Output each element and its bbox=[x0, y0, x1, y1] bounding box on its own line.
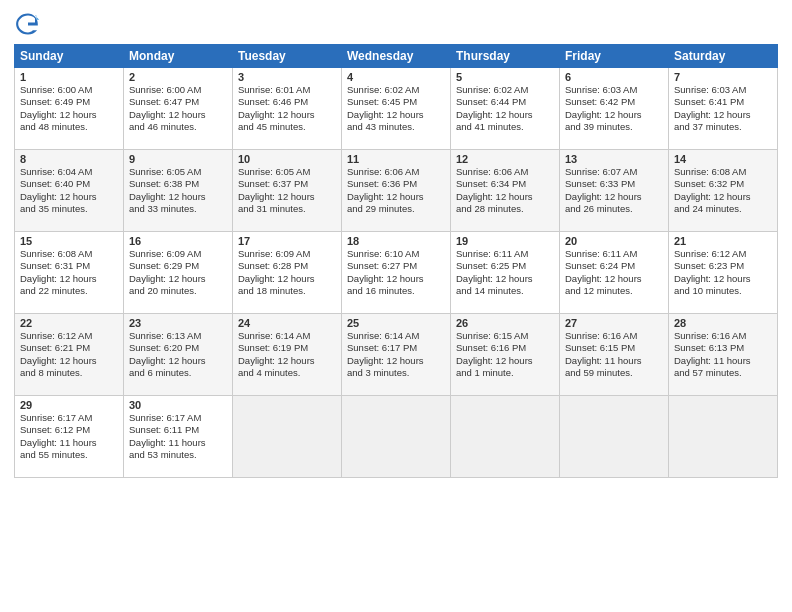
calendar-cell: 30Sunrise: 6:17 AMSunset: 6:11 PMDayligh… bbox=[124, 396, 233, 478]
day-info-line: Sunset: 6:15 PM bbox=[565, 342, 663, 354]
day-info-line: Daylight: 11 hours bbox=[674, 355, 772, 367]
day-info-line: Sunset: 6:24 PM bbox=[565, 260, 663, 272]
day-info-line: and 39 minutes. bbox=[565, 121, 663, 133]
day-info-line: Sunset: 6:42 PM bbox=[565, 96, 663, 108]
day-info-line: Daylight: 12 hours bbox=[347, 191, 445, 203]
day-number: 7 bbox=[674, 71, 772, 83]
day-info-line: Daylight: 12 hours bbox=[129, 273, 227, 285]
day-info-line: Sunrise: 6:05 AM bbox=[238, 166, 336, 178]
day-number: 6 bbox=[565, 71, 663, 83]
day-info-line: Sunset: 6:27 PM bbox=[347, 260, 445, 272]
calendar-body: 1Sunrise: 6:00 AMSunset: 6:49 PMDaylight… bbox=[15, 68, 778, 478]
day-info-line: and 10 minutes. bbox=[674, 285, 772, 297]
day-info-line: Sunrise: 6:08 AM bbox=[674, 166, 772, 178]
day-number: 15 bbox=[20, 235, 118, 247]
header-cell-friday: Friday bbox=[560, 45, 669, 68]
day-info-line: Sunset: 6:13 PM bbox=[674, 342, 772, 354]
day-info-line: and 57 minutes. bbox=[674, 367, 772, 379]
day-info-line: Daylight: 12 hours bbox=[674, 109, 772, 121]
day-info-line: Sunrise: 6:09 AM bbox=[129, 248, 227, 260]
day-info-line: and 29 minutes. bbox=[347, 203, 445, 215]
day-info-line: and 41 minutes. bbox=[456, 121, 554, 133]
calendar-cell: 1Sunrise: 6:00 AMSunset: 6:49 PMDaylight… bbox=[15, 68, 124, 150]
calendar-cell bbox=[233, 396, 342, 478]
day-info-line: Sunrise: 6:14 AM bbox=[238, 330, 336, 342]
day-info-line: and 16 minutes. bbox=[347, 285, 445, 297]
day-number: 10 bbox=[238, 153, 336, 165]
day-info-line: Sunset: 6:25 PM bbox=[456, 260, 554, 272]
day-info-line: and 18 minutes. bbox=[238, 285, 336, 297]
calendar-cell: 7Sunrise: 6:03 AMSunset: 6:41 PMDaylight… bbox=[669, 68, 778, 150]
calendar-cell: 3Sunrise: 6:01 AMSunset: 6:46 PMDaylight… bbox=[233, 68, 342, 150]
day-number: 17 bbox=[238, 235, 336, 247]
day-info-line: Sunrise: 6:03 AM bbox=[674, 84, 772, 96]
calendar-cell: 12Sunrise: 6:06 AMSunset: 6:34 PMDayligh… bbox=[451, 150, 560, 232]
day-number: 8 bbox=[20, 153, 118, 165]
day-number: 4 bbox=[347, 71, 445, 83]
day-info-line: Sunrise: 6:08 AM bbox=[20, 248, 118, 260]
day-info-line: Daylight: 12 hours bbox=[129, 355, 227, 367]
day-number: 26 bbox=[456, 317, 554, 329]
day-info-line: Sunrise: 6:17 AM bbox=[20, 412, 118, 424]
header-cell-thursday: Thursday bbox=[451, 45, 560, 68]
day-info-line: Daylight: 12 hours bbox=[347, 355, 445, 367]
day-info-line: Sunrise: 6:03 AM bbox=[565, 84, 663, 96]
day-info-line: Sunset: 6:44 PM bbox=[456, 96, 554, 108]
calendar-cell: 4Sunrise: 6:02 AMSunset: 6:45 PMDaylight… bbox=[342, 68, 451, 150]
day-info-line: Sunset: 6:19 PM bbox=[238, 342, 336, 354]
day-number: 30 bbox=[129, 399, 227, 411]
calendar-table: SundayMondayTuesdayWednesdayThursdayFrid… bbox=[14, 44, 778, 478]
day-info-line: Sunset: 6:33 PM bbox=[565, 178, 663, 190]
day-info-line: Daylight: 12 hours bbox=[129, 191, 227, 203]
calendar-cell bbox=[669, 396, 778, 478]
calendar-cell: 20Sunrise: 6:11 AMSunset: 6:24 PMDayligh… bbox=[560, 232, 669, 314]
calendar-cell: 17Sunrise: 6:09 AMSunset: 6:28 PMDayligh… bbox=[233, 232, 342, 314]
header-cell-wednesday: Wednesday bbox=[342, 45, 451, 68]
calendar-cell: 13Sunrise: 6:07 AMSunset: 6:33 PMDayligh… bbox=[560, 150, 669, 232]
day-info-line: Daylight: 12 hours bbox=[456, 355, 554, 367]
day-info-line: Daylight: 12 hours bbox=[674, 191, 772, 203]
day-number: 29 bbox=[20, 399, 118, 411]
day-info-line: Sunrise: 6:10 AM bbox=[347, 248, 445, 260]
day-info-line: Daylight: 12 hours bbox=[238, 191, 336, 203]
calendar-cell bbox=[451, 396, 560, 478]
day-info-line: and 24 minutes. bbox=[674, 203, 772, 215]
day-info-line: and 12 minutes. bbox=[565, 285, 663, 297]
calendar-cell bbox=[560, 396, 669, 478]
calendar-cell: 27Sunrise: 6:16 AMSunset: 6:15 PMDayligh… bbox=[560, 314, 669, 396]
day-info-line: and 43 minutes. bbox=[347, 121, 445, 133]
calendar-cell: 11Sunrise: 6:06 AMSunset: 6:36 PMDayligh… bbox=[342, 150, 451, 232]
day-number: 1 bbox=[20, 71, 118, 83]
day-info-line: Sunset: 6:45 PM bbox=[347, 96, 445, 108]
day-info-line: Sunrise: 6:04 AM bbox=[20, 166, 118, 178]
day-info-line: Sunrise: 6:13 AM bbox=[129, 330, 227, 342]
day-info-line: Sunrise: 6:06 AM bbox=[347, 166, 445, 178]
calendar-cell: 8Sunrise: 6:04 AMSunset: 6:40 PMDaylight… bbox=[15, 150, 124, 232]
calendar-week-1: 8Sunrise: 6:04 AMSunset: 6:40 PMDaylight… bbox=[15, 150, 778, 232]
calendar-cell: 10Sunrise: 6:05 AMSunset: 6:37 PMDayligh… bbox=[233, 150, 342, 232]
day-number: 3 bbox=[238, 71, 336, 83]
calendar-cell: 9Sunrise: 6:05 AMSunset: 6:38 PMDaylight… bbox=[124, 150, 233, 232]
day-info-line: and 48 minutes. bbox=[20, 121, 118, 133]
day-info-line: Sunrise: 6:06 AM bbox=[456, 166, 554, 178]
day-info-line: Sunrise: 6:02 AM bbox=[347, 84, 445, 96]
day-info-line: Daylight: 12 hours bbox=[20, 191, 118, 203]
day-info-line: Sunrise: 6:00 AM bbox=[129, 84, 227, 96]
day-info-line: Sunrise: 6:17 AM bbox=[129, 412, 227, 424]
day-info-line: Sunset: 6:47 PM bbox=[129, 96, 227, 108]
calendar-week-4: 29Sunrise: 6:17 AMSunset: 6:12 PMDayligh… bbox=[15, 396, 778, 478]
day-info-line: Sunrise: 6:07 AM bbox=[565, 166, 663, 178]
day-number: 18 bbox=[347, 235, 445, 247]
day-info-line: and 6 minutes. bbox=[129, 367, 227, 379]
day-number: 25 bbox=[347, 317, 445, 329]
day-info-line: Sunset: 6:16 PM bbox=[456, 342, 554, 354]
day-info-line: and 59 minutes. bbox=[565, 367, 663, 379]
day-info-line: Daylight: 12 hours bbox=[347, 273, 445, 285]
day-info-line: Daylight: 12 hours bbox=[20, 109, 118, 121]
day-info-line: Sunset: 6:38 PM bbox=[129, 178, 227, 190]
day-info-line: Daylight: 12 hours bbox=[238, 273, 336, 285]
day-info-line: Daylight: 12 hours bbox=[456, 109, 554, 121]
day-info-line: and 8 minutes. bbox=[20, 367, 118, 379]
day-info-line: Daylight: 12 hours bbox=[238, 109, 336, 121]
calendar-cell: 28Sunrise: 6:16 AMSunset: 6:13 PMDayligh… bbox=[669, 314, 778, 396]
